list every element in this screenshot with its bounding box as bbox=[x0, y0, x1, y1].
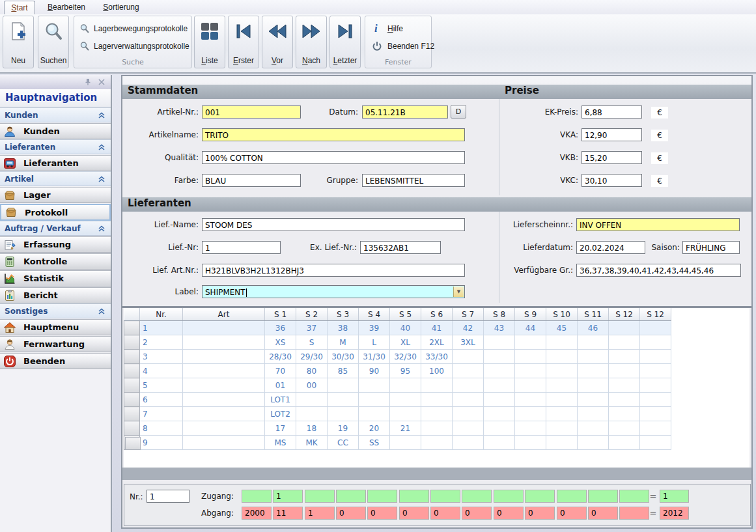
abgang-cell[interactable]: 0 bbox=[525, 507, 555, 520]
cell[interactable]: 3 bbox=[140, 350, 183, 364]
cell[interactable]: L bbox=[359, 335, 390, 350]
cell[interactable]: 8 bbox=[140, 421, 183, 436]
cell[interactable]: M bbox=[328, 335, 359, 350]
cell[interactable]: 30/30 bbox=[328, 350, 359, 364]
cell[interactable] bbox=[640, 393, 671, 407]
cell[interactable] bbox=[640, 407, 671, 421]
lief-nr-input[interactable]: 1 bbox=[202, 241, 281, 254]
zugang-cell[interactable] bbox=[336, 490, 366, 503]
cell[interactable]: 95 bbox=[390, 364, 421, 378]
cell[interactable] bbox=[421, 393, 453, 407]
ex-lief-nr-input[interactable]: 135632AB1 bbox=[360, 241, 441, 254]
zugang-cell[interactable] bbox=[525, 490, 555, 503]
tab-bearbeiten[interactable]: Bearbeiten bbox=[43, 1, 90, 14]
cell[interactable] bbox=[183, 378, 265, 393]
sidebar-item-kontrolle[interactable]: Kontrolle bbox=[0, 253, 111, 270]
chevron-up-double-icon[interactable] bbox=[97, 143, 106, 152]
cell[interactable]: 4 bbox=[140, 364, 183, 378]
cell[interactable] bbox=[484, 350, 515, 364]
suchen-button[interactable]: Suchen bbox=[38, 16, 69, 68]
cell[interactable] bbox=[609, 364, 640, 378]
vkb-input[interactable]: 15,20 bbox=[581, 151, 642, 164]
cell[interactable] bbox=[421, 407, 453, 421]
sidebar-item-lieferanten[interactable]: Lieferanten bbox=[0, 155, 111, 171]
sidebar-item-protokoll[interactable]: Protokoll bbox=[0, 204, 111, 221]
cell[interactable] bbox=[296, 393, 328, 407]
cell[interactable] bbox=[183, 364, 265, 378]
cell[interactable] bbox=[421, 378, 453, 393]
column-header[interactable]: Nr. bbox=[140, 308, 183, 321]
cell[interactable] bbox=[296, 407, 328, 421]
cell[interactable]: 46 bbox=[578, 321, 609, 335]
column-header[interactable]: S 12 bbox=[640, 308, 671, 321]
column-header[interactable]: S 8 bbox=[484, 308, 515, 321]
cell[interactable]: 5 bbox=[140, 378, 183, 393]
cell[interactable] bbox=[390, 378, 421, 393]
cell[interactable] bbox=[515, 364, 546, 378]
sidebar-group-kunden[interactable]: Kunden bbox=[0, 107, 111, 122]
cell[interactable] bbox=[515, 393, 546, 407]
cell[interactable] bbox=[546, 407, 578, 421]
cell[interactable] bbox=[640, 421, 671, 436]
cell[interactable] bbox=[609, 378, 640, 393]
neu-button[interactable]: Neu bbox=[3, 16, 34, 68]
row-selector[interactable] bbox=[124, 378, 140, 393]
sidebar-group-lieferanten[interactable]: Lieferanten bbox=[0, 139, 111, 154]
table-row[interactable]: 81718192021 bbox=[124, 421, 671, 436]
tab-start[interactable]: Start bbox=[4, 1, 35, 14]
cell[interactable]: 00 bbox=[296, 378, 328, 393]
cell[interactable]: 38 bbox=[328, 321, 359, 335]
cell[interactable] bbox=[453, 407, 484, 421]
zugang-cell[interactable] bbox=[619, 490, 649, 503]
cell[interactable]: 17 bbox=[265, 421, 296, 436]
column-header[interactable]: S 10 bbox=[546, 308, 578, 321]
lief-art-nr-input[interactable]: H321BLVB3H2L1312BHJ3 bbox=[202, 264, 465, 277]
cell[interactable] bbox=[515, 378, 546, 393]
cell[interactable] bbox=[359, 393, 390, 407]
cell[interactable] bbox=[390, 436, 421, 450]
cell[interactable] bbox=[546, 350, 578, 364]
cell[interactable] bbox=[515, 335, 546, 350]
cell[interactable] bbox=[484, 364, 515, 378]
column-header[interactable] bbox=[124, 308, 140, 321]
cell[interactable] bbox=[328, 407, 359, 421]
zugang-cell[interactable] bbox=[399, 490, 429, 503]
cell[interactable] bbox=[609, 407, 640, 421]
cell[interactable] bbox=[546, 378, 578, 393]
cell[interactable]: 100 bbox=[421, 364, 453, 378]
table-row[interactable]: 2XSSMLXL2XL3XL bbox=[124, 335, 671, 350]
abgang-cell[interactable]: 0 bbox=[367, 507, 397, 520]
cell[interactable] bbox=[640, 364, 671, 378]
row-selector[interactable] bbox=[124, 421, 140, 436]
cell[interactable] bbox=[453, 350, 484, 364]
cell[interactable]: 45 bbox=[546, 321, 578, 335]
zugang-cell[interactable] bbox=[462, 490, 492, 503]
artikel-nr-input[interactable]: 001 bbox=[202, 105, 301, 119]
cell[interactable] bbox=[578, 421, 609, 436]
cell[interactable] bbox=[484, 421, 515, 436]
liste-button[interactable]: Liste bbox=[194, 16, 225, 68]
nr-input[interactable]: 1 bbox=[147, 490, 189, 503]
cell[interactable]: 37 bbox=[296, 321, 328, 335]
column-header[interactable]: S 11 bbox=[578, 308, 609, 321]
cell[interactable] bbox=[183, 350, 265, 364]
cell[interactable] bbox=[578, 364, 609, 378]
cell[interactable]: 41 bbox=[421, 321, 453, 335]
chevron-up-double-icon[interactable] bbox=[97, 307, 106, 316]
zugang-cell[interactable] bbox=[557, 490, 587, 503]
cell[interactable]: 44 bbox=[515, 321, 546, 335]
cell[interactable] bbox=[640, 378, 671, 393]
table-row[interactable]: 47080859095100 bbox=[124, 364, 671, 378]
cell[interactable] bbox=[609, 421, 640, 436]
artikelname-input[interactable]: TRITO bbox=[202, 128, 465, 141]
abgang-cell[interactable]: 0 bbox=[399, 507, 429, 520]
cell[interactable] bbox=[390, 407, 421, 421]
cell[interactable] bbox=[640, 335, 671, 350]
chevron-up-double-icon[interactable] bbox=[97, 224, 106, 233]
row-selector[interactable] bbox=[124, 407, 140, 421]
zugang-cell[interactable] bbox=[588, 490, 618, 503]
ek-preis-input[interactable]: 6,88 bbox=[581, 105, 642, 119]
lieferscheinnr-input[interactable]: INV OFFEN bbox=[576, 218, 740, 231]
cell[interactable] bbox=[515, 350, 546, 364]
cell[interactable]: 21 bbox=[390, 421, 421, 436]
